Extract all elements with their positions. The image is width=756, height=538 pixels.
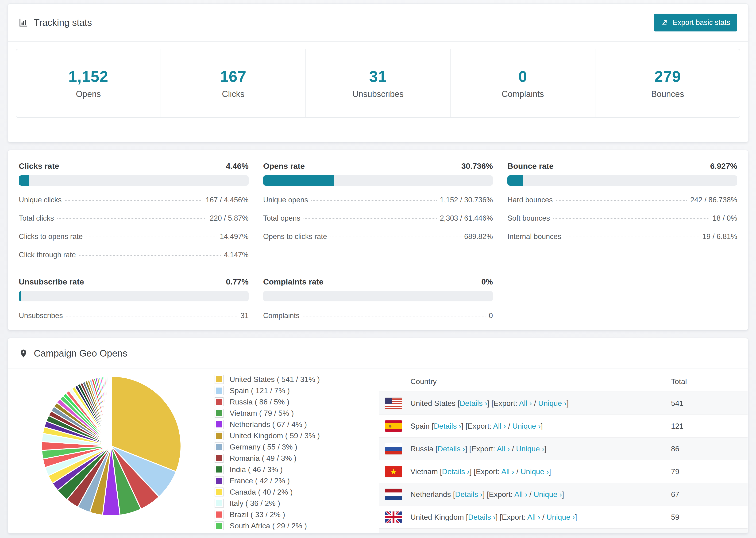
rate-metric-label: Soft bounces <box>507 214 550 222</box>
progress-bar-bounce-rate <box>507 175 737 186</box>
rate-metric-value: 242 / 86.738% <box>690 196 737 204</box>
export-unique-link-spain[interactable]: Unique › <box>512 422 541 430</box>
legend-swatch-south-africa <box>215 521 224 530</box>
rate-value-opens-rate: 30.736% <box>461 161 493 171</box>
export-all-link-united-states[interactable]: All › <box>519 399 532 407</box>
dashboard-page: Tracking stats Export basic stats 1,152O… <box>0 4 756 534</box>
dotted-leader <box>66 316 237 316</box>
rates-card: Clicks rate4.46%Unique clicks167 / 4.456… <box>8 150 748 330</box>
export-button-label: Export basic stats <box>673 18 730 27</box>
rate-metric-label: Total opens <box>263 214 300 222</box>
rate-metric-value: 4.147% <box>224 251 249 259</box>
rate-metric-complaints: Complaints0 <box>263 312 493 320</box>
rate-panel-bounce-rate: Bounce rate6.927%Hard bounces242 / 86.73… <box>507 161 737 259</box>
rate-panel-head: Unsubscribe rate0.77% <box>19 277 249 286</box>
geo-total-spain: 121 <box>671 422 741 430</box>
legend-swatch-canada <box>215 488 224 497</box>
geo-pie-svg[interactable] <box>39 374 183 518</box>
flag-es-icon <box>385 420 402 432</box>
pie-slice-other-37[interactable] <box>111 376 111 446</box>
export-basic-stats-button[interactable]: Export basic stats <box>654 14 737 31</box>
stat-box-opens: 1,152Opens <box>16 49 161 117</box>
stat-value-complaints: 0 <box>453 68 593 85</box>
rate-metric-label: Unsubscribes <box>19 312 63 320</box>
details-link-spain[interactable]: Details › <box>434 422 461 430</box>
geo-table-header-row: Country Total <box>379 371 747 392</box>
rate-title-complaints-rate: Complaints rate <box>263 277 324 286</box>
legend-label-vietnam: Vietnam ( 79 / 5% ) <box>230 409 294 418</box>
legend-swatch-russia <box>215 398 224 406</box>
rate-metric-internal-bounces: Internal bounces19 / 6.81% <box>507 233 737 241</box>
geo-country-cell-vietnam: Vietnam [Details ›] [Export: All › / Uni… <box>410 467 671 476</box>
export-all-link-united-kingdom[interactable]: All › <box>527 513 540 521</box>
rate-value-complaints-rate: 0% <box>481 277 493 286</box>
stat-value-opens: 1,152 <box>19 68 158 85</box>
legend-label-canada: Canada ( 40 / 2% ) <box>230 488 293 497</box>
legend-label-brazil: Brazil ( 33 / 2% ) <box>230 510 285 519</box>
geo-opens-header: Campaign Geo Opens <box>8 338 748 369</box>
legend-item-vietnam: Vietnam ( 79 / 5% ) <box>215 408 379 418</box>
rate-metric-label: Unique opens <box>263 196 308 204</box>
geo-country-cell-russia: Russia [Details ›] [Export: All › / Uniq… <box>410 445 671 453</box>
rate-value-bounce-rate: 6.927% <box>710 161 737 171</box>
legend-item-brazil: Brazil ( 33 / 2% ) <box>215 510 379 519</box>
legend-item-india: India ( 46 / 3% ) <box>215 465 379 474</box>
legend-swatch-united-states <box>215 375 224 384</box>
progress-fill-clicks-rate <box>19 175 29 186</box>
stat-box-complaints: 0Complaints <box>450 49 595 117</box>
legend-label-russia: Russia ( 86 / 5% ) <box>230 398 289 406</box>
geo-country-cell-spain: Spain [Details ›] [Export: All › / Uniqu… <box>410 422 671 430</box>
export-all-link-vietnam[interactable]: All › <box>501 467 514 476</box>
flag-nl-icon <box>385 489 402 500</box>
export-unique-link-russia[interactable]: Unique › <box>516 445 544 453</box>
rate-panel-head: Opens rate30.736% <box>263 161 493 171</box>
export-all-link-russia[interactable]: All › <box>497 445 510 453</box>
legend-label-netherlands: Netherlands ( 67 / 4% ) <box>230 420 307 429</box>
export-unique-link-united-states[interactable]: Unique › <box>538 399 567 407</box>
export-all-link-spain[interactable]: All › <box>493 422 506 430</box>
geo-opens-title: Campaign Geo Opens <box>19 348 127 359</box>
bar-chart-icon <box>19 18 28 27</box>
geo-pie-chart[interactable] <box>8 371 215 533</box>
legend-swatch-brazil <box>215 510 224 519</box>
export-all-link-netherlands[interactable]: All › <box>514 490 527 499</box>
legend-label-united-kingdom: United Kingdom ( 59 / 3% ) <box>230 431 320 440</box>
geo-opens-title-text: Campaign Geo Opens <box>34 348 127 359</box>
legend-item-germany: Germany ( 55 / 3% ) <box>215 442 379 452</box>
details-link-russia[interactable]: Details › <box>438 445 465 453</box>
geo-country-cell-netherlands: Netherlands [Details ›] [Export: All › /… <box>410 490 671 499</box>
rate-panel-clicks-rate: Clicks rate4.46%Unique clicks167 / 4.456… <box>19 161 249 259</box>
export-unique-link-netherlands[interactable]: Unique › <box>534 490 562 499</box>
rate-value-unsubscribe-rate: 0.77% <box>226 277 248 286</box>
rate-metric-click-through-rate: Click through rate4.147% <box>19 251 249 259</box>
dotted-leader <box>330 237 461 237</box>
stat-label-bounces: Bounces <box>598 89 737 99</box>
rate-metric-label: Clicks to opens rate <box>19 233 82 241</box>
rate-metric-label: Opens to clicks rate <box>263 233 327 241</box>
rate-panel-opens-rate: Opens rate30.736%Unique opens1,152 / 30.… <box>263 161 493 259</box>
details-link-united-states[interactable]: Details › <box>460 399 487 407</box>
details-link-netherlands[interactable]: Details › <box>455 490 482 499</box>
rate-metric-value: 14.497% <box>220 233 248 241</box>
rate-panel-complaints-rate: Complaints rate0%Complaints0 <box>263 277 493 320</box>
geo-table-row-germany: Germany [Details ›] [Export: All › / Uni… <box>379 528 747 533</box>
geo-table-header-country: Country <box>410 377 671 386</box>
legend-label-italy: Italy ( 36 / 2% ) <box>230 499 280 508</box>
legend-item-united-kingdom: United Kingdom ( 59 / 3% ) <box>215 431 379 440</box>
stat-label-unsubscribes: Unsubscribes <box>308 89 448 99</box>
details-link-vietnam[interactable]: Details › <box>442 467 469 476</box>
rate-value-clicks-rate: 4.46% <box>226 161 248 171</box>
rate-title-bounce-rate: Bounce rate <box>507 161 554 171</box>
rate-panel-head: Complaints rate0% <box>263 277 493 286</box>
legend-item-united-states: United States ( 541 / 31% ) <box>215 375 379 384</box>
export-unique-link-vietnam[interactable]: Unique › <box>520 467 549 476</box>
export-unique-link-united-kingdom[interactable]: Unique › <box>547 513 575 521</box>
dotted-leader <box>65 200 202 201</box>
geo-country-cell-united-kingdom: United Kingdom [Details ›] [Export: All … <box>410 513 671 521</box>
rate-metric-label: Internal bounces <box>507 233 561 241</box>
geo-opens-card: Campaign Geo Opens United States ( 541 /… <box>8 338 748 534</box>
tracking-stats-card: Tracking stats Export basic stats 1,152O… <box>8 4 748 142</box>
details-link-united-kingdom[interactable]: Details › <box>468 513 495 521</box>
rate-metric-value: 2,303 / 61.446% <box>440 214 493 222</box>
stat-label-clicks: Clicks <box>163 89 303 99</box>
